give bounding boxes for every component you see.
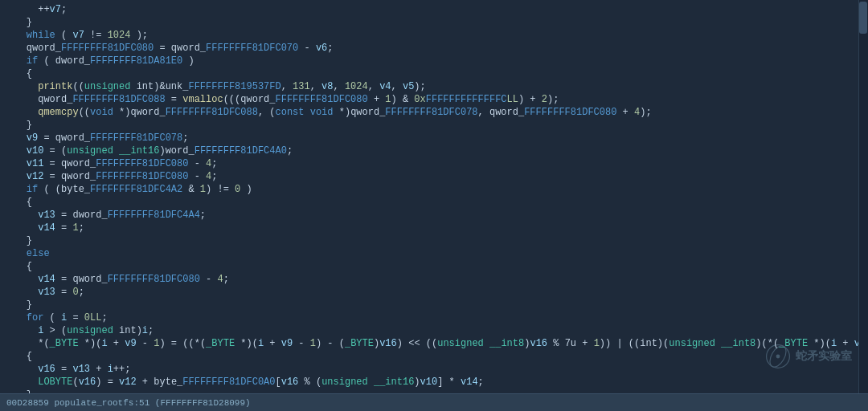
code-line: for ( i = 0LL;	[0, 311, 868, 324]
code-line: v13 = 0;	[0, 286, 868, 299]
code-line: }	[0, 16, 868, 29]
line-content: v10 = (unsigned __int16)word_FFFFFFFF81D…	[3, 144, 865, 157]
line-content: ++v7;	[3, 3, 865, 16]
watermark-logo-icon	[765, 344, 791, 369]
line-content: else	[3, 247, 865, 260]
code-line: v10 = (unsigned __int16)word_FFFFFFFF81D…	[0, 144, 868, 157]
line-content: qword_FFFFFFFF81DFC080 = qword_FFFFFFFF8…	[3, 42, 865, 55]
code-line: {	[0, 260, 868, 273]
line-content: while ( v7 != 1024 );	[3, 29, 865, 42]
code-line: *(_BYTE *)(i + v9 - 1) = ((*(_BYTE *)(i …	[0, 337, 868, 350]
status-text: 00D28859 populate_rootfs:51 (FFFFFFFF81D…	[6, 398, 251, 408]
watermark: 蛇矛实验室	[765, 344, 852, 369]
code-line: v9 = qword_FFFFFFFF81DFC078;	[0, 132, 868, 144]
code-line: }	[0, 119, 868, 132]
svg-point-2	[776, 355, 780, 359]
code-line: if ( (byte_FFFFFFFF81DFC4A2 & 1) != 0 )	[0, 183, 868, 196]
code-line: v12 = qword_FFFFFFFF81DFC080 - 4;	[0, 170, 868, 183]
line-content: v13 = 0;	[3, 286, 865, 299]
line-content: for ( i = 0LL;	[3, 311, 865, 324]
code-line: {	[0, 196, 868, 209]
code-line: v13 = dword_FFFFFFFF81DFC4A4;	[0, 209, 868, 222]
line-content: }	[3, 119, 865, 132]
code-line: v11 = qword_FFFFFFFF81DFC080 - 4;	[0, 157, 868, 170]
code-line: {	[0, 67, 868, 80]
line-content: v14 = qword_FFFFFFFF81DFC080 - 4;	[3, 273, 865, 286]
line-content: if ( dword_FFFFFFFF81DA81E0 )	[3, 55, 865, 67]
code-line: printk((unsigned int)&unk_FFFFFFFF819537…	[0, 80, 868, 93]
line-content: *(_BYTE *)(i + v9 - 1) = ((*(_BYTE *)(i …	[3, 337, 868, 350]
line-content: if ( (byte_FFFFFFFF81DFC4A2 & 1) != 0 )	[3, 183, 865, 196]
line-content: printk((unsigned int)&unk_FFFFFFFF819537…	[3, 80, 865, 93]
code-line: }	[0, 299, 868, 311]
line-content: v16 = v13 + i++;	[3, 363, 865, 376]
line-content: LOBYTE(v16) = v12 + byte_FFFFFFFF81DFC0A…	[3, 376, 865, 389]
scrollbar[interactable]	[858, 0, 868, 393]
line-content: {	[3, 350, 865, 363]
line-content: v12 = qword_FFFFFFFF81DFC080 - 4;	[3, 170, 865, 183]
line-content: {	[3, 196, 865, 209]
code-line: i > (unsigned int)i;	[0, 324, 868, 337]
code-line: if ( dword_FFFFFFFF81DA81E0 )	[0, 55, 868, 67]
code-line: }	[0, 389, 868, 393]
line-content: }	[3, 234, 865, 247]
line-content: }	[3, 16, 865, 29]
code-line: qword_FFFFFFFF81DFC080 = qword_FFFFFFFF8…	[0, 42, 868, 55]
code-line: {	[0, 350, 868, 363]
code-editor: ++v7; } while ( v7 != 1024 ); qword_FFFF…	[0, 0, 868, 393]
code-line: }	[0, 234, 868, 247]
code-line: LOBYTE(v16) = v12 + byte_FFFFFFFF81DFC0A…	[0, 376, 868, 389]
status-bar: 00D28859 populate_rootfs:51 (FFFFFFFF81D…	[0, 393, 868, 411]
line-content: v11 = qword_FFFFFFFF81DFC080 - 4;	[3, 157, 865, 170]
line-content: v9 = qword_FFFFFFFF81DFC078;	[3, 132, 865, 144]
line-content: }	[3, 389, 865, 393]
line-content: {	[3, 67, 865, 80]
line-content: i > (unsigned int)i;	[3, 324, 865, 337]
line-content: qmemcpy((void *)qword_FFFFFFFF81DFC088, …	[3, 106, 865, 119]
code-line: else	[0, 247, 868, 260]
code-line: qword_FFFFFFFF81DFC088 = vmalloc(((qword…	[0, 93, 868, 106]
line-content: }	[3, 299, 865, 311]
code-line: v14 = 1;	[0, 222, 868, 234]
line-content: v13 = dword_FFFFFFFF81DFC4A4;	[3, 209, 865, 222]
code-line: ++v7;	[0, 3, 868, 16]
code-line: v14 = qword_FFFFFFFF81DFC080 - 4;	[0, 273, 868, 286]
line-content: v14 = 1;	[3, 222, 865, 234]
watermark-label: 蛇矛实验室	[796, 349, 852, 364]
code-line: while ( v7 != 1024 );	[0, 29, 868, 42]
line-content: qword_FFFFFFFF81DFC088 = vmalloc(((qword…	[3, 93, 865, 106]
code-line: qmemcpy((void *)qword_FFFFFFFF81DFC088, …	[0, 106, 868, 119]
scrollbar-thumb[interactable]	[859, 2, 867, 34]
line-content: {	[3, 260, 865, 273]
code-line: v16 = v13 + i++;	[0, 363, 868, 376]
